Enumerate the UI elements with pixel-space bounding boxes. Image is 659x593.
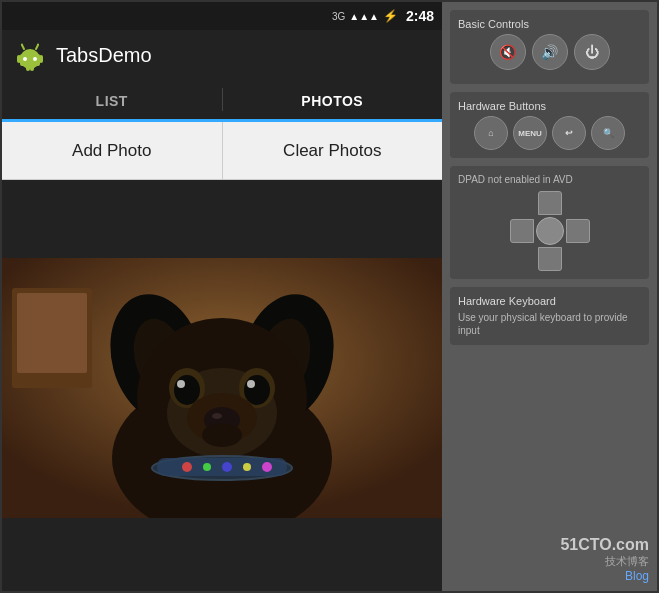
- menu-button[interactable]: MENU: [513, 116, 547, 150]
- volume-up-icon: 🔊: [541, 44, 558, 60]
- search-button[interactable]: 🔍: [591, 116, 625, 150]
- content-area: Add Photo Clear Photos: [2, 122, 442, 593]
- dpad-center-button[interactable]: [536, 217, 564, 245]
- svg-point-28: [247, 380, 255, 388]
- svg-rect-1: [20, 54, 40, 66]
- svg-point-3: [33, 57, 37, 61]
- android-emulator: 3G ▲▲▲ ⚡ 2:48 TabsDemo LIST PHO: [2, 2, 442, 593]
- svg-rect-11: [30, 65, 34, 71]
- svg-point-2: [23, 57, 27, 61]
- right-panel: Basic Controls 🔇 🔊 ⏻ Hardware Buttons ⌂ …: [442, 2, 657, 591]
- svg-point-32: [202, 423, 242, 447]
- hw-buttons-row: ⌂ MENU ↩ 🔍: [458, 116, 641, 150]
- watermark-main: 51CTO.com: [450, 536, 649, 554]
- hardware-buttons-section: Hardware Buttons ⌂ MENU ↩ 🔍: [450, 92, 649, 158]
- power-button[interactable]: ⏻: [574, 34, 610, 70]
- svg-point-26: [244, 375, 270, 405]
- svg-point-39: [243, 463, 251, 471]
- app-icon: [14, 39, 46, 71]
- watermark-sub: 技术博客: [450, 554, 649, 569]
- svg-rect-8: [17, 55, 21, 63]
- svg-line-6: [36, 45, 38, 49]
- status-bar: 3G ▲▲▲ ⚡ 2:48: [2, 2, 442, 30]
- svg-point-36: [182, 462, 192, 472]
- dpad-container: [458, 191, 641, 271]
- dpad[interactable]: [510, 191, 590, 271]
- add-photo-button[interactable]: Add Photo: [2, 122, 223, 179]
- tab-list[interactable]: LIST: [2, 83, 222, 122]
- home-button[interactable]: ⌂: [474, 116, 508, 150]
- clear-photos-button[interactable]: Clear Photos: [223, 122, 443, 179]
- volume-up-button[interactable]: 🔊: [532, 34, 568, 70]
- app-bar: TabsDemo: [2, 30, 442, 80]
- svg-point-40: [262, 462, 272, 472]
- svg-line-4: [22, 45, 24, 49]
- tab-photos[interactable]: PHOTOS: [223, 83, 443, 122]
- svg-point-7: [37, 44, 39, 46]
- dpad-label: DPAD not enabled in AVD: [458, 174, 641, 185]
- dpad-right-button[interactable]: [566, 219, 590, 243]
- action-row: Add Photo Clear Photos: [2, 122, 442, 180]
- dpad-down-button[interactable]: [538, 247, 562, 271]
- svg-point-37: [203, 463, 211, 471]
- watermark-blog: Blog: [450, 569, 649, 583]
- volume-down-icon: 🔇: [499, 44, 516, 60]
- time-display: 2:48: [406, 8, 434, 24]
- dpad-section: DPAD not enabled in AVD: [450, 166, 649, 279]
- network-label: 3G: [332, 11, 345, 22]
- menu-icon: MENU: [518, 129, 542, 138]
- back-button[interactable]: ↩: [552, 116, 586, 150]
- battery-icon: ⚡: [383, 9, 398, 23]
- volume-down-button[interactable]: 🔇: [490, 34, 526, 70]
- basic-controls-row: 🔇 🔊 ⏻: [458, 34, 641, 70]
- home-icon: ⌂: [488, 128, 493, 138]
- basic-controls-label: Basic Controls: [458, 18, 641, 30]
- power-icon: ⏻: [585, 44, 599, 60]
- svg-rect-10: [26, 65, 30, 71]
- keyboard-label: Hardware Keyboard: [458, 295, 641, 307]
- svg-rect-15: [17, 293, 87, 373]
- svg-point-5: [21, 44, 23, 46]
- dpad-left-button[interactable]: [510, 219, 534, 243]
- watermark: 51CTO.com 技术博客 Blog: [450, 536, 649, 583]
- photo-area: [2, 180, 442, 593]
- search-icon: 🔍: [603, 128, 614, 138]
- svg-point-27: [177, 380, 185, 388]
- keyboard-section: Hardware Keyboard Use your physical keyb…: [450, 287, 649, 345]
- signal-icon: ▲▲▲: [349, 11, 379, 22]
- hardware-buttons-label: Hardware Buttons: [458, 100, 641, 112]
- svg-rect-9: [39, 55, 43, 63]
- svg-point-38: [222, 462, 232, 472]
- svg-point-31: [212, 413, 222, 419]
- keyboard-desc: Use your physical keyboard to provide in…: [458, 311, 641, 337]
- back-icon: ↩: [565, 128, 573, 138]
- app-title: TabsDemo: [56, 44, 152, 67]
- basic-controls-section: Basic Controls 🔇 🔊 ⏻: [450, 10, 649, 84]
- tab-bar: LIST PHOTOS: [2, 80, 442, 122]
- dpad-up-button[interactable]: [538, 191, 562, 215]
- svg-point-25: [174, 375, 200, 405]
- dog-photo: [2, 258, 442, 518]
